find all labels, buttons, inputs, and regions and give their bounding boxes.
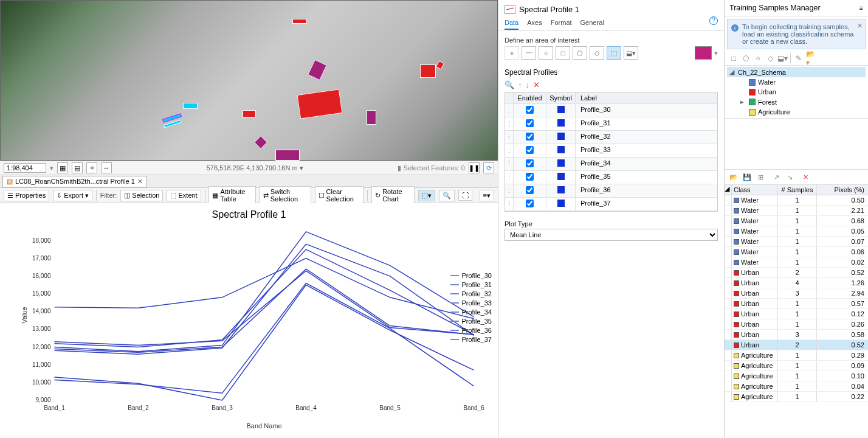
profile-row[interactable]: ⋮ Profile_35	[505, 171, 717, 184]
sample-row[interactable]: Water 1 0.50	[725, 195, 868, 206]
profile-symbol[interactable]	[546, 184, 576, 197]
color-picker[interactable]	[695, 46, 712, 60]
tab-data[interactable]: Data	[505, 16, 518, 30]
chart-tab[interactable]: ▧ LC08_RoanChSmithB2th...ctral Profile 1…	[2, 176, 147, 187]
lasso-shape-icon[interactable]: ◇	[765, 53, 776, 64]
profile-checkbox[interactable]	[526, 186, 534, 194]
training-polygon[interactable]	[420, 64, 436, 78]
training-polygon[interactable]	[183, 103, 198, 109]
sample-row[interactable]: Urban 2 0.52	[725, 268, 868, 278]
profile-row[interactable]: ⋮ Profile_31	[505, 117, 717, 131]
rectangle-tool[interactable]: □	[556, 46, 570, 60]
drag-handle-icon[interactable]: ⋮	[505, 117, 514, 130]
switch-selection-button[interactable]: ⇄ Switch Selection	[260, 186, 311, 204]
drag-handle-icon[interactable]: ⋮	[505, 171, 514, 184]
profile-row[interactable]: ⋮ Profile_32	[505, 131, 717, 144]
sample-row[interactable]: Agriculture 1 0.09	[725, 361, 868, 371]
layer-tool[interactable]: ⬓▾	[624, 46, 638, 60]
profile-checkbox[interactable]	[526, 146, 534, 154]
add-icon[interactable]: ⊞	[755, 172, 766, 182]
profile-checkbox[interactable]	[526, 106, 534, 114]
attribute-table-button[interactable]: ▦ Attribute Table	[208, 186, 255, 204]
profile-label[interactable]: Profile_31	[576, 117, 717, 130]
help-icon[interactable]: ?	[709, 16, 718, 25]
profile-checkbox[interactable]	[526, 133, 534, 141]
training-polygon[interactable]	[254, 136, 268, 150]
class-node[interactable]: Urban	[727, 87, 866, 97]
profile-symbol[interactable]	[546, 117, 576, 130]
sample-row[interactable]: Urban 3 2.94	[725, 288, 868, 299]
sample-row[interactable]: Water 1 0.06	[725, 247, 868, 257]
sample-row[interactable]: Water 1 0.68	[725, 216, 868, 226]
close-icon[interactable]: ✕	[857, 22, 863, 30]
profile-row[interactable]: ⋮ Profile_30	[505, 104, 717, 117]
legend-toggle-button[interactable]: ≡▾	[480, 190, 494, 201]
profile-label[interactable]: Profile_32	[576, 131, 717, 144]
sample-row[interactable]: Water 1 0.07	[725, 237, 868, 247]
tab-general[interactable]: General	[580, 16, 604, 30]
profile-symbol[interactable]	[546, 131, 576, 144]
search-icon[interactable]: 🔍	[505, 80, 514, 89]
new-schema-icon[interactable]: ✎	[793, 53, 804, 64]
sample-row[interactable]: Urban 1 0.57	[725, 299, 868, 309]
tab-axes[interactable]: Axes	[527, 16, 542, 30]
class-node[interactable]: Agriculture	[727, 107, 866, 117]
profile-symbol[interactable]	[546, 198, 576, 210]
rect-shape-icon[interactable]: □	[728, 53, 739, 64]
spectral-chart[interactable]: 9,00010,00011,00012,00013,00014,00015,00…	[6, 224, 492, 431]
move-up-icon[interactable]: ↑	[518, 80, 522, 89]
sample-row[interactable]: Water 1 0.05	[725, 226, 868, 237]
collapse-icon[interactable]: ◢	[729, 68, 735, 76]
profile-checkbox[interactable]	[526, 200, 534, 207]
expand-icon[interactable]: ▸	[740, 98, 746, 106]
split-icon[interactable]: ↘	[784, 172, 795, 182]
schema-root[interactable]: ◢ Ch_22_Schema	[727, 67, 866, 77]
sample-row[interactable]: Urban 1 0.12	[725, 309, 868, 319]
profile-symbol[interactable]	[546, 171, 576, 184]
point-tool[interactable]: ●	[505, 46, 519, 60]
training-polygon[interactable]	[367, 110, 376, 125]
profile-row[interactable]: ⋮ Profile_36	[505, 184, 717, 198]
profile-row[interactable]: ⋮ Profile_34	[505, 158, 717, 171]
row-selector-head[interactable]: ◢	[725, 185, 732, 195]
profile-label[interactable]: Profile_35	[576, 171, 717, 184]
profile-row[interactable]: ⋮ Profile_37	[505, 198, 717, 211]
sample-row[interactable]: Urban 3 0.58	[725, 330, 868, 340]
profile-label[interactable]: Profile_33	[576, 144, 717, 157]
grid-icon[interactable]: ▦	[57, 162, 68, 173]
rotate-chart-button[interactable]: ↻ Rotate Chart	[371, 186, 414, 204]
class-node[interactable]: Water	[727, 77, 866, 87]
sample-row[interactable]: Agriculture 1 0.04	[725, 381, 868, 392]
drag-handle-icon[interactable]: ⋮	[505, 131, 514, 144]
drag-handle-icon[interactable]: ⋮	[505, 158, 514, 170]
dropdown-icon[interactable]: ▾	[714, 49, 718, 57]
sample-row[interactable]: Urban 1 0.26	[725, 319, 868, 330]
grid2-icon[interactable]: ▤	[72, 162, 83, 173]
sample-row[interactable]: Agriculture 1 0.29	[725, 350, 868, 361]
panel-menu-icon[interactable]: ≡	[859, 4, 863, 12]
col-pixels[interactable]: Pixels (%)	[817, 185, 868, 195]
full-extent-icon[interactable]: ⛶	[458, 190, 472, 201]
open-icon[interactable]: 📂	[728, 172, 739, 182]
drag-handle-icon[interactable]: ⋮	[505, 144, 514, 157]
drag-handle-icon[interactable]: ⋮	[505, 104, 514, 117]
sample-row[interactable]: Agriculture 1 0.10	[725, 371, 868, 381]
freehand-tool[interactable]: ◇	[590, 46, 604, 60]
training-polygon[interactable]	[308, 60, 327, 81]
col-samples[interactable]: # Samples	[778, 185, 817, 195]
pause-icon[interactable]: ❚❚	[469, 162, 480, 173]
measure-icon[interactable]: ↔	[101, 162, 112, 173]
profile-label[interactable]: Profile_34	[576, 158, 717, 170]
profile-row[interactable]: ⋮ Profile_33	[505, 144, 717, 158]
move-down-icon[interactable]: ↓	[526, 80, 530, 89]
profile-label[interactable]: Profile_30	[576, 104, 717, 117]
training-polygon[interactable]	[292, 19, 307, 24]
feature-tool[interactable]: ⬚	[607, 46, 621, 60]
circle-tool[interactable]: ○	[539, 46, 553, 60]
profile-checkbox[interactable]	[526, 173, 534, 181]
sample-row[interactable]: Urban 4 1.26	[725, 278, 868, 288]
export-button[interactable]: ⇩ Export ▾	[53, 190, 92, 201]
line-tool[interactable]: 〰	[522, 46, 536, 60]
drag-handle-icon[interactable]: ⋮	[505, 184, 514, 197]
circle-shape-icon[interactable]: ○	[753, 53, 763, 64]
